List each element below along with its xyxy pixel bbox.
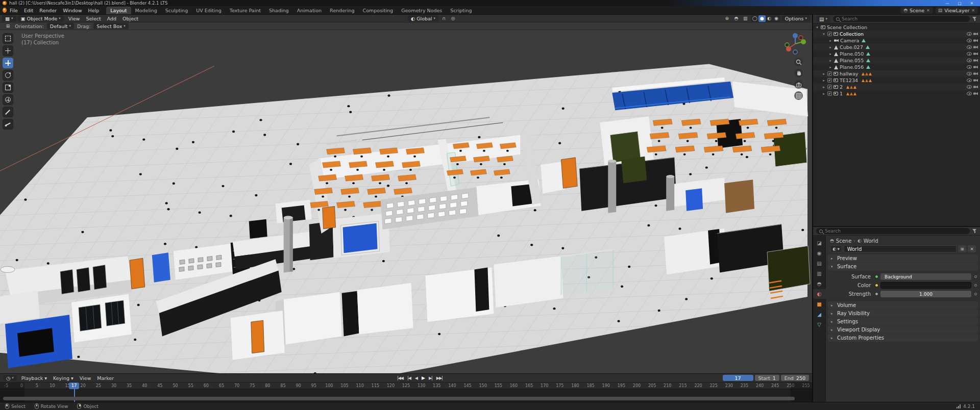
animate-property-icon[interactable] — [974, 275, 977, 278]
outliner-row-scene-collection[interactable]: ▾Scene Collection — [813, 24, 980, 31]
unlink-world-button[interactable]: ✕ — [968, 245, 976, 252]
section-surface[interactable]: ▾ Surface — [828, 263, 978, 270]
scene-selector[interactable]: ◓ Scene ✕ — [901, 7, 933, 14]
orientation-dropdown[interactable]: Default ▾ — [47, 23, 74, 29]
properties-tab-world[interactable]: ◐ — [813, 289, 826, 299]
zoom-icon[interactable] — [794, 58, 803, 66]
tool-annotate[interactable] — [3, 107, 13, 117]
properties-tab-modifiers[interactable]: ◢ — [813, 310, 826, 319]
section-volume[interactable]: ▸Volume — [828, 301, 978, 309]
hide-in-viewport-icon[interactable] — [967, 52, 972, 56]
exclude-checkbox[interactable]: ✓ — [827, 32, 832, 36]
shading-rendered-icon[interactable]: ◉ — [773, 15, 780, 22]
mode-dropdown[interactable]: ▣ Object Mode ▾ — [18, 15, 64, 21]
workspace-tab-compositing[interactable]: Compositing — [359, 7, 398, 14]
hide-in-viewport-icon[interactable] — [967, 39, 972, 42]
expand-arrow[interactable]: ▸ — [822, 92, 826, 96]
tool-select-box[interactable] — [3, 33, 13, 44]
maximize-button[interactable]: ▢ — [954, 0, 965, 6]
timeline-menu-keying[interactable]: Keying ▾ — [50, 375, 77, 381]
3d-viewport[interactable]: User Perspective (17) Collection — [0, 30, 812, 373]
disable-in-renders-icon[interactable] — [973, 46, 978, 49]
world-name-field[interactable]: World — [844, 245, 957, 252]
workspace-tab-geometry-nodes[interactable]: Geometry Nodes — [397, 7, 446, 14]
viewport-menu-add[interactable]: Add — [104, 16, 119, 21]
xray-toggle-icon[interactable]: ▥ — [742, 15, 749, 22]
next-keyframe-button[interactable]: ▶| — [427, 376, 434, 380]
exclude-checkbox[interactable]: ✓ — [827, 85, 832, 89]
snap-magnet-icon[interactable]: ∩ — [440, 15, 448, 22]
expand-arrow[interactable]: ▾ — [815, 25, 819, 30]
workspace-tab-layout[interactable]: Layout — [106, 7, 131, 14]
outliner-row-1[interactable]: ▸✓1 — [813, 90, 980, 97]
frame-end-field[interactable]: End 250 — [781, 375, 809, 381]
expand-arrow[interactable]: ▸ — [828, 45, 832, 49]
hide-in-viewport-icon[interactable] — [967, 59, 972, 62]
workspace-tab-uv-editing[interactable]: UV Editing — [192, 7, 226, 14]
disable-in-renders-icon[interactable] — [973, 92, 978, 95]
disable-in-renders-icon[interactable] — [973, 39, 978, 42]
outliner-search-input[interactable] — [842, 16, 967, 21]
strength-slider[interactable]: 1.000 — [880, 291, 971, 297]
play-button[interactable]: ▶ — [420, 375, 426, 380]
tool-measure[interactable] — [3, 119, 13, 130]
hide-in-viewport-icon[interactable] — [967, 92, 972, 95]
jump-to-end-button[interactable]: ▶▶| — [435, 376, 444, 380]
expand-arrow[interactable]: ▸ — [828, 65, 832, 69]
hide-in-viewport-icon[interactable] — [967, 72, 972, 75]
tool-scale[interactable] — [3, 82, 13, 93]
shading-wireframe-icon[interactable]: ◯ — [751, 15, 758, 22]
new-world-button[interactable]: ⊞ — [958, 245, 966, 252]
properties-search[interactable] — [816, 228, 970, 234]
timeline-menu-playback[interactable]: Playback ▾ — [18, 375, 50, 381]
tool-transform[interactable] — [3, 94, 13, 105]
navigation-gizmo[interactable] — [783, 32, 807, 57]
disable-in-renders-icon[interactable] — [973, 86, 978, 89]
workspace-tab-modeling[interactable]: Modeling — [131, 7, 161, 14]
previous-keyframe-button[interactable]: |◀ — [406, 376, 412, 380]
menu-help[interactable]: Help — [85, 7, 103, 14]
orthographic-grid-icon[interactable] — [794, 91, 803, 100]
section-custom-properties[interactable]: ▸Custom Properties — [828, 334, 978, 342]
section-viewport-display[interactable]: ▸Viewport Display — [828, 326, 978, 334]
options-dropdown[interactable]: Options ▾ — [782, 15, 810, 21]
properties-tab-render[interactable]: ◉ — [813, 248, 826, 258]
expand-arrow[interactable]: ▸ — [828, 59, 832, 63]
hide-in-viewport-icon[interactable] — [967, 65, 972, 69]
workspace-tab-texture-paint[interactable]: Texture Paint — [226, 7, 265, 14]
disable-in-renders-icon[interactable] — [973, 33, 978, 36]
timeline-scrollbar[interactable] — [3, 397, 795, 400]
section-preview[interactable]: ▸Preview — [828, 254, 978, 262]
hide-in-viewport-icon[interactable] — [967, 85, 972, 89]
frame-start-field[interactable]: Start 1 — [755, 375, 779, 381]
expand-arrow[interactable]: ▸ — [828, 39, 832, 43]
close-button[interactable]: ✕ — [966, 0, 977, 6]
properties-tab-scene[interactable]: ◓ — [813, 279, 826, 289]
timeline-ruler[interactable]: -505101520253035404550556065707580859095… — [0, 382, 812, 389]
properties-tab-output[interactable]: ▤ — [813, 259, 826, 268]
proportional-editing-icon[interactable]: ◎ — [449, 15, 457, 22]
viewport-menu-select[interactable]: Select — [83, 16, 104, 21]
breadcrumb-world[interactable]: World — [864, 238, 878, 244]
viewlayer-selector[interactable]: ▤ ViewLayer ✕ — [936, 7, 977, 14]
editor-type-button[interactable]: ▦ ▾ — [2, 15, 16, 21]
blender-menu-icon[interactable] — [3, 8, 7, 13]
outliner-row-plane-056[interactable]: ▸Plane.056 — [813, 64, 980, 70]
workspace-tab-shading[interactable]: Shading — [265, 7, 293, 14]
tool-move[interactable] — [3, 58, 13, 68]
timeline-menu-marker[interactable]: Marker — [94, 375, 117, 381]
properties-tab-data[interactable]: ▽ — [813, 320, 826, 329]
viewport-menu-object[interactable]: Object — [119, 16, 141, 21]
desk-rows[interactable] — [447, 143, 516, 179]
outliner-row-te1234[interactable]: ▸✓TE1234 — [813, 77, 980, 84]
outliner-row-plane-055[interactable]: ▸Plane.055 — [813, 57, 980, 64]
disable-in-renders-icon[interactable] — [973, 59, 978, 62]
minimize-button[interactable]: — — [942, 0, 953, 6]
workspace-tab-animation[interactable]: Animation — [293, 7, 326, 14]
unlink-scene-icon[interactable]: ✕ — [926, 8, 930, 13]
outliner-search[interactable] — [833, 16, 970, 22]
disable-in-renders-icon[interactable] — [973, 66, 978, 69]
disable-in-renders-icon[interactable] — [973, 53, 978, 56]
outliner-row-plane-050[interactable]: ▸Plane.050 — [813, 50, 980, 57]
hide-in-viewport-icon[interactable] — [967, 32, 972, 36]
